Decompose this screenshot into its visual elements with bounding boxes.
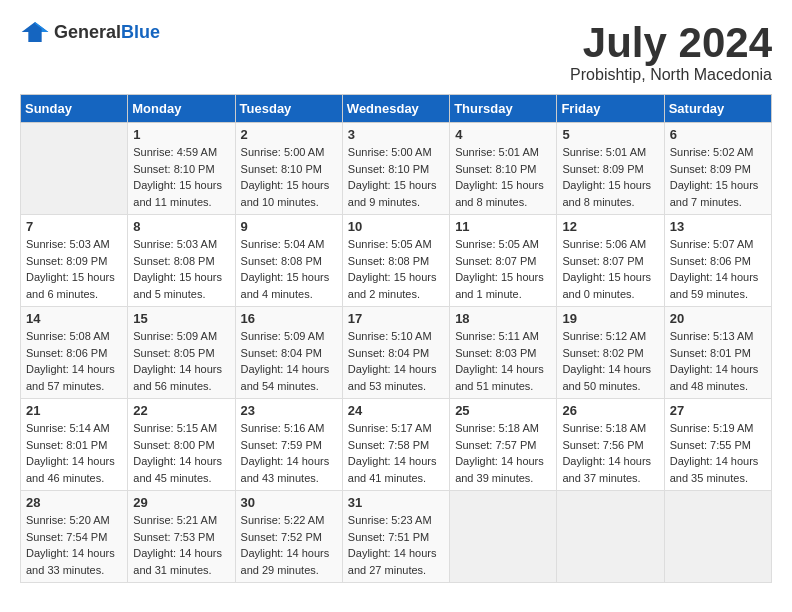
day-info: Sunrise: 5:17 AM Sunset: 7:58 PM Dayligh… — [348, 420, 444, 486]
day-number: 21 — [26, 403, 122, 418]
day-number: 30 — [241, 495, 337, 510]
day-number: 10 — [348, 219, 444, 234]
day-number: 25 — [455, 403, 551, 418]
day-number: 2 — [241, 127, 337, 142]
day-info: Sunrise: 5:18 AM Sunset: 7:56 PM Dayligh… — [562, 420, 658, 486]
day-info: Sunrise: 5:00 AM Sunset: 8:10 PM Dayligh… — [241, 144, 337, 210]
calendar-cell — [21, 123, 128, 215]
day-info: Sunrise: 5:19 AM Sunset: 7:55 PM Dayligh… — [670, 420, 766, 486]
day-number: 28 — [26, 495, 122, 510]
day-info: Sunrise: 5:10 AM Sunset: 8:04 PM Dayligh… — [348, 328, 444, 394]
calendar-cell — [557, 491, 664, 583]
calendar-cell: 26Sunrise: 5:18 AM Sunset: 7:56 PM Dayli… — [557, 399, 664, 491]
day-info: Sunrise: 5:05 AM Sunset: 8:08 PM Dayligh… — [348, 236, 444, 302]
calendar-week-row: 21Sunrise: 5:14 AM Sunset: 8:01 PM Dayli… — [21, 399, 772, 491]
day-of-week-header: Thursday — [450, 95, 557, 123]
day-number: 6 — [670, 127, 766, 142]
calendar-cell: 20Sunrise: 5:13 AM Sunset: 8:01 PM Dayli… — [664, 307, 771, 399]
day-number: 12 — [562, 219, 658, 234]
day-info: Sunrise: 5:22 AM Sunset: 7:52 PM Dayligh… — [241, 512, 337, 578]
calendar-week-row: 7Sunrise: 5:03 AM Sunset: 8:09 PM Daylig… — [21, 215, 772, 307]
day-number: 19 — [562, 311, 658, 326]
day-info: Sunrise: 5:16 AM Sunset: 7:59 PM Dayligh… — [241, 420, 337, 486]
day-info: Sunrise: 5:20 AM Sunset: 7:54 PM Dayligh… — [26, 512, 122, 578]
logo-blue: Blue — [121, 22, 160, 42]
day-info: Sunrise: 5:13 AM Sunset: 8:01 PM Dayligh… — [670, 328, 766, 394]
title-block: July 2024 Probishtip, North Macedonia — [570, 20, 772, 84]
calendar-cell — [450, 491, 557, 583]
day-number: 1 — [133, 127, 229, 142]
day-info: Sunrise: 5:18 AM Sunset: 7:57 PM Dayligh… — [455, 420, 551, 486]
page-header: GeneralBlue July 2024 Probishtip, North … — [20, 20, 772, 84]
calendar-body: 1Sunrise: 4:59 AM Sunset: 8:10 PM Daylig… — [21, 123, 772, 583]
calendar-week-row: 14Sunrise: 5:08 AM Sunset: 8:06 PM Dayli… — [21, 307, 772, 399]
calendar-cell: 29Sunrise: 5:21 AM Sunset: 7:53 PM Dayli… — [128, 491, 235, 583]
calendar-cell: 5Sunrise: 5:01 AM Sunset: 8:09 PM Daylig… — [557, 123, 664, 215]
day-number: 15 — [133, 311, 229, 326]
logo-icon — [20, 20, 50, 44]
day-number: 29 — [133, 495, 229, 510]
day-number: 16 — [241, 311, 337, 326]
day-info: Sunrise: 5:01 AM Sunset: 8:10 PM Dayligh… — [455, 144, 551, 210]
day-info: Sunrise: 5:11 AM Sunset: 8:03 PM Dayligh… — [455, 328, 551, 394]
day-number: 13 — [670, 219, 766, 234]
logo: GeneralBlue — [20, 20, 160, 44]
location: Probishtip, North Macedonia — [570, 66, 772, 84]
calendar-cell: 12Sunrise: 5:06 AM Sunset: 8:07 PM Dayli… — [557, 215, 664, 307]
day-number: 14 — [26, 311, 122, 326]
day-number: 8 — [133, 219, 229, 234]
day-info: Sunrise: 5:21 AM Sunset: 7:53 PM Dayligh… — [133, 512, 229, 578]
day-number: 23 — [241, 403, 337, 418]
day-number: 4 — [455, 127, 551, 142]
day-number: 3 — [348, 127, 444, 142]
day-info: Sunrise: 5:02 AM Sunset: 8:09 PM Dayligh… — [670, 144, 766, 210]
logo-general: General — [54, 22, 121, 42]
day-info: Sunrise: 5:06 AM Sunset: 8:07 PM Dayligh… — [562, 236, 658, 302]
day-of-week-header: Sunday — [21, 95, 128, 123]
calendar-cell: 31Sunrise: 5:23 AM Sunset: 7:51 PM Dayli… — [342, 491, 449, 583]
calendar-cell: 6Sunrise: 5:02 AM Sunset: 8:09 PM Daylig… — [664, 123, 771, 215]
calendar-cell: 8Sunrise: 5:03 AM Sunset: 8:08 PM Daylig… — [128, 215, 235, 307]
calendar-cell: 19Sunrise: 5:12 AM Sunset: 8:02 PM Dayli… — [557, 307, 664, 399]
calendar-cell: 17Sunrise: 5:10 AM Sunset: 8:04 PM Dayli… — [342, 307, 449, 399]
calendar-cell: 13Sunrise: 5:07 AM Sunset: 8:06 PM Dayli… — [664, 215, 771, 307]
calendar-cell: 10Sunrise: 5:05 AM Sunset: 8:08 PM Dayli… — [342, 215, 449, 307]
calendar-cell: 1Sunrise: 4:59 AM Sunset: 8:10 PM Daylig… — [128, 123, 235, 215]
day-number: 27 — [670, 403, 766, 418]
calendar-cell: 7Sunrise: 5:03 AM Sunset: 8:09 PM Daylig… — [21, 215, 128, 307]
calendar-cell: 4Sunrise: 5:01 AM Sunset: 8:10 PM Daylig… — [450, 123, 557, 215]
calendar-cell: 2Sunrise: 5:00 AM Sunset: 8:10 PM Daylig… — [235, 123, 342, 215]
calendar-cell: 11Sunrise: 5:05 AM Sunset: 8:07 PM Dayli… — [450, 215, 557, 307]
day-number: 9 — [241, 219, 337, 234]
calendar-cell: 22Sunrise: 5:15 AM Sunset: 8:00 PM Dayli… — [128, 399, 235, 491]
calendar-cell — [664, 491, 771, 583]
month-title: July 2024 — [570, 20, 772, 66]
day-info: Sunrise: 5:15 AM Sunset: 8:00 PM Dayligh… — [133, 420, 229, 486]
day-info: Sunrise: 5:00 AM Sunset: 8:10 PM Dayligh… — [348, 144, 444, 210]
calendar-cell: 24Sunrise: 5:17 AM Sunset: 7:58 PM Dayli… — [342, 399, 449, 491]
day-info: Sunrise: 5:12 AM Sunset: 8:02 PM Dayligh… — [562, 328, 658, 394]
day-of-week-header: Friday — [557, 95, 664, 123]
day-info: Sunrise: 5:14 AM Sunset: 8:01 PM Dayligh… — [26, 420, 122, 486]
day-number: 17 — [348, 311, 444, 326]
day-of-week-header: Saturday — [664, 95, 771, 123]
day-info: Sunrise: 5:04 AM Sunset: 8:08 PM Dayligh… — [241, 236, 337, 302]
day-info: Sunrise: 5:03 AM Sunset: 8:08 PM Dayligh… — [133, 236, 229, 302]
day-number: 5 — [562, 127, 658, 142]
day-number: 7 — [26, 219, 122, 234]
day-info: Sunrise: 5:03 AM Sunset: 8:09 PM Dayligh… — [26, 236, 122, 302]
day-number: 31 — [348, 495, 444, 510]
day-number: 22 — [133, 403, 229, 418]
day-info: Sunrise: 5:08 AM Sunset: 8:06 PM Dayligh… — [26, 328, 122, 394]
day-info: Sunrise: 4:59 AM Sunset: 8:10 PM Dayligh… — [133, 144, 229, 210]
day-number: 26 — [562, 403, 658, 418]
calendar-week-row: 28Sunrise: 5:20 AM Sunset: 7:54 PM Dayli… — [21, 491, 772, 583]
calendar-table: SundayMondayTuesdayWednesdayThursdayFrid… — [20, 94, 772, 583]
day-info: Sunrise: 5:05 AM Sunset: 8:07 PM Dayligh… — [455, 236, 551, 302]
day-info: Sunrise: 5:09 AM Sunset: 8:05 PM Dayligh… — [133, 328, 229, 394]
calendar-cell: 30Sunrise: 5:22 AM Sunset: 7:52 PM Dayli… — [235, 491, 342, 583]
calendar-week-row: 1Sunrise: 4:59 AM Sunset: 8:10 PM Daylig… — [21, 123, 772, 215]
calendar-cell: 15Sunrise: 5:09 AM Sunset: 8:05 PM Dayli… — [128, 307, 235, 399]
day-of-week-header: Tuesday — [235, 95, 342, 123]
calendar-cell: 16Sunrise: 5:09 AM Sunset: 8:04 PM Dayli… — [235, 307, 342, 399]
